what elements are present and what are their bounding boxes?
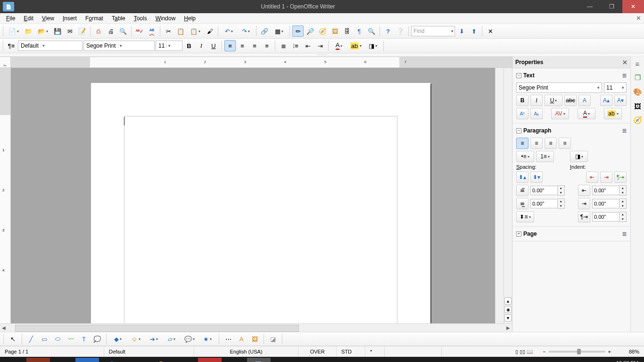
vertical-scrollbar[interactable] xyxy=(495,68,504,323)
space-below-input[interactable]: ▴▾ xyxy=(530,198,565,209)
view-layout-buttons[interactable]: ▯ ▯▯ 📖 xyxy=(511,346,538,357)
undo-button[interactable]: ↶▾ xyxy=(221,25,237,37)
autospell-button[interactable]: ᴬᴮ xyxy=(146,25,157,37)
gallery-button[interactable]: 🖼 xyxy=(329,25,340,37)
callout-button[interactable]: 💭 xyxy=(91,333,103,345)
callouts-button[interactable]: 💬▾ xyxy=(182,333,198,345)
zoom-button[interactable]: 🔍 xyxy=(366,25,377,37)
find-replace-button[interactable]: 🔎 xyxy=(305,25,316,37)
status-signature[interactable] xyxy=(385,346,442,357)
highlight-button[interactable]: ab▾ xyxy=(348,40,364,51)
prop-size-combo[interactable]: 11▾ xyxy=(604,82,627,93)
spellcheck-button[interactable]: ᴬᴮ✓ xyxy=(134,25,145,37)
rect-button[interactable]: ▭ xyxy=(39,333,50,345)
prop-increase-font-button[interactable]: A▴ xyxy=(600,95,612,106)
prop-superscript-button[interactable]: Aᵇ xyxy=(516,108,528,119)
font-size-combo[interactable]: 11▾ xyxy=(156,41,182,51)
increase-indent-button[interactable]: ⇥ xyxy=(314,40,326,51)
prop-highlight-button[interactable]: ab▾ xyxy=(604,108,622,119)
whatsthis-button[interactable]: ❔ xyxy=(395,25,406,37)
prop-shadow-button[interactable]: A xyxy=(578,95,591,106)
font-color-button[interactable]: A▾ xyxy=(331,40,347,51)
freeform-button[interactable]: 〰 xyxy=(65,333,76,345)
block-arrows-button[interactable]: ➔▾ xyxy=(146,333,162,345)
align-right-button[interactable]: ≡ xyxy=(249,40,260,51)
app-icon-3[interactable]: 🌐 xyxy=(100,358,124,362)
font-name-combo[interactable]: Segoe Print▾ xyxy=(83,41,155,51)
styles-window-button[interactable]: ¶≡ xyxy=(6,40,17,51)
styles-deck-icon[interactable]: 🎨 xyxy=(632,87,643,97)
office-icon[interactable]: ▮ xyxy=(124,358,148,362)
print-preview-button[interactable]: 🔍 xyxy=(117,25,129,37)
stars-button[interactable]: ★▾ xyxy=(199,333,215,345)
select-arrow-button[interactable]: ↖ xyxy=(7,333,18,345)
menu-table[interactable]: Table xyxy=(107,14,130,23)
horizontal-scrollbar[interactable]: ◀ ▶ xyxy=(0,323,512,332)
minimize-button[interactable]: — xyxy=(579,0,601,13)
file-explorer-icon[interactable]: 📁 xyxy=(51,358,74,362)
prop-bgcolor-button[interactable]: ◨▾ xyxy=(570,151,588,162)
status-std[interactable]: STD xyxy=(337,346,365,357)
gallery-deck-icon[interactable]: 🖼 xyxy=(632,101,643,111)
page-section-header[interactable]: +Page☰ xyxy=(516,229,627,239)
navigator-deck-icon[interactable]: 🧭 xyxy=(632,115,643,125)
redo-button[interactable]: ↷▾ xyxy=(238,25,254,37)
hanging-indent-button[interactable]: ¶⇥ xyxy=(614,172,627,183)
notes-icon[interactable]: 🗒 xyxy=(173,358,197,362)
italic-button[interactable]: I xyxy=(196,40,207,51)
zoom-slider[interactable]: −+ xyxy=(538,346,616,357)
properties-deck-icon[interactable]: ❒ xyxy=(632,73,643,83)
horizontal-ruler[interactable]: ⌙ 1 2 3 4 5 6 7 xyxy=(0,57,512,68)
navigation-button[interactable]: ◉ xyxy=(504,306,512,313)
menu-edit[interactable]: Edit xyxy=(19,14,38,23)
zoom-value[interactable]: 88% xyxy=(616,346,644,357)
adobe-icon[interactable]: A xyxy=(198,358,222,362)
gear-icon[interactable]: ☰ xyxy=(622,128,627,133)
properties-close-icon[interactable]: ✕ xyxy=(622,59,627,66)
document-area[interactable] xyxy=(11,68,495,323)
increase-indent-prop-button[interactable]: ⇥ xyxy=(600,172,612,183)
navigator-button[interactable]: 🧭 xyxy=(317,25,328,37)
basic-shapes-button[interactable]: ◆▾ xyxy=(110,333,126,345)
next-page-button[interactable]: ▼ xyxy=(504,314,512,321)
points-button[interactable]: ⋯ xyxy=(223,333,234,345)
edit-file-button[interactable]: 📝 xyxy=(76,25,88,37)
prop-strike-button[interactable]: abc xyxy=(564,95,577,106)
menu-help[interactable]: Help xyxy=(180,14,200,23)
prop-align-center-button[interactable]: ≡ xyxy=(530,138,543,149)
document-close-button[interactable]: ✕ xyxy=(636,15,641,22)
cut-button[interactable]: ✂ xyxy=(163,25,174,37)
prev-page-button[interactable]: ▲ xyxy=(504,297,512,304)
open-template-button[interactable]: 📁 xyxy=(23,25,34,37)
menu-tools[interactable]: Tools xyxy=(130,14,151,23)
datasources-button[interactable]: 🗄 xyxy=(341,25,353,37)
paste-button[interactable]: 📋▾ xyxy=(187,25,203,37)
show-draw-button[interactable]: ✏ xyxy=(292,25,304,37)
page[interactable] xyxy=(91,83,430,323)
find-close-button[interactable]: ✕ xyxy=(485,25,496,37)
decrease-indent-button[interactable]: ⇤ xyxy=(302,40,314,51)
prop-fontcolor-button[interactable]: A▾ xyxy=(578,108,595,119)
prop-align-justify-button[interactable]: ≡ xyxy=(559,138,571,149)
h-ruler[interactable]: 1 2 3 4 5 6 7 xyxy=(11,57,512,67)
find-input[interactable]: Find▾ xyxy=(411,26,455,36)
flowcharts-button[interactable]: ▱▾ xyxy=(164,333,180,345)
ellipse-button[interactable]: ⬭ xyxy=(52,333,63,345)
find-next-button[interactable]: ⬇ xyxy=(456,25,467,37)
indent-left-input[interactable]: ▴▾ xyxy=(592,185,627,196)
line-spacing-button[interactable]: ⬍≡▾ xyxy=(516,211,534,222)
format-paintbrush-button[interactable]: 🖌 xyxy=(204,25,215,37)
align-justify-button[interactable]: ≡ xyxy=(261,40,272,51)
status-language[interactable]: English (USA) xyxy=(194,346,298,357)
numbered-list-button[interactable]: ≣ xyxy=(278,40,289,51)
decrease-indent-prop-button[interactable]: ⇤ xyxy=(586,172,598,183)
prop-font-combo[interactable]: Segoe Print▾ xyxy=(516,82,602,93)
copy-button[interactable]: 📋 xyxy=(175,25,186,37)
email-button[interactable]: ✉ xyxy=(64,25,75,37)
prop-bold-button[interactable]: B xyxy=(516,95,528,106)
open-button[interactable]: 📂▾ xyxy=(35,25,51,37)
insert-table-button[interactable]: ▦▾ xyxy=(271,25,287,37)
clock[interactable]: 12:38 PM10/6/2013 xyxy=(615,360,638,362)
prop-numbering-button[interactable]: 1≡▾ xyxy=(536,151,554,162)
menu-format[interactable]: Format xyxy=(81,14,107,23)
